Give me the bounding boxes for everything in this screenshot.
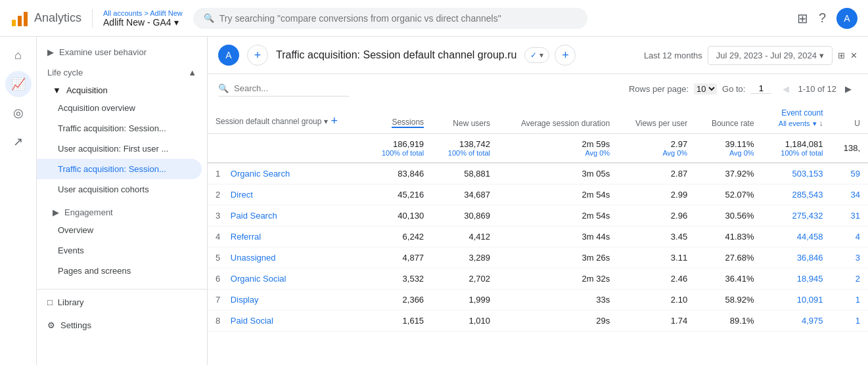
row-event-count: 10,091 <box>762 290 831 311</box>
table-pagination: Rows per page: 10 25 50 Go to: ◀ 1-10 of… <box>629 79 857 98</box>
row-bounce-rate: 89.1% <box>695 311 762 332</box>
row-avg-session: 33s <box>498 290 618 311</box>
row-channel[interactable]: Organic Social <box>231 274 286 284</box>
grid-icon[interactable]: ⊞ <box>797 11 808 26</box>
sidebar-icon-home[interactable]: ⌂ <box>5 42 32 68</box>
row-avg-session: 2m 32s <box>498 268 618 290</box>
row-num: 3 <box>216 211 220 221</box>
view-mode-icon[interactable]: ⊞ <box>838 51 845 60</box>
nav-item-user-acquisition[interactable]: User acquisition: First user ... <box>37 139 202 159</box>
nav-item-pages-screens[interactable]: Pages and screens <box>37 261 202 281</box>
col-header-bounce-rate: Bounce rate <box>703 119 754 128</box>
svg-rect-1 <box>18 16 22 26</box>
row-sessions: 2,366 <box>365 290 432 311</box>
total-new-users: 138,742 <box>440 139 490 149</box>
page-title-actions: ✓ ▾ + <box>524 45 576 66</box>
prev-page-button[interactable]: ◀ <box>777 79 795 98</box>
col-channel-filter-icon[interactable]: ▾ <box>324 117 328 126</box>
sort-desc-icon[interactable]: ↓ <box>819 119 823 128</box>
nav-item-user-cohorts[interactable]: User acquisition cohorts <box>37 179 202 200</box>
rows-per-page-select[interactable]: 10 25 50 <box>694 83 717 95</box>
col-channel-label: Session default channel group <box>216 117 321 126</box>
row-channel[interactable]: Paid Search <box>231 211 277 221</box>
row-channel[interactable]: Organic Search <box>231 169 290 179</box>
row-views-per-user: 2.96 <box>618 205 695 226</box>
row-channel[interactable]: Display <box>231 295 259 305</box>
date-range-text: Jul 29, 2023 - Jul 29, 2024 <box>716 51 817 60</box>
row-u: 59 <box>831 163 868 184</box>
pagination-nav: ◀ 1-10 of 12 ▶ <box>777 79 857 98</box>
table-search-input[interactable] <box>234 83 344 93</box>
col-event-sub: All events <box>779 119 810 127</box>
add-filter-button[interactable]: + <box>555 45 576 66</box>
sidebar-icon-advertising[interactable]: ↗ <box>5 129 32 155</box>
row-bounce-rate: 27.68% <box>695 247 762 268</box>
add-comparison-button[interactable]: + <box>247 45 268 66</box>
row-channel[interactable]: Referral <box>231 232 261 242</box>
row-channel[interactable]: Paid Social <box>231 316 273 326</box>
examine-section-header[interactable]: ▶ Examine user behavior <box>37 42 207 62</box>
add-column-button[interactable]: + <box>331 114 338 128</box>
nav-item-traffic-acquisition-active[interactable]: Traffic acquisition: Session... <box>37 159 202 179</box>
col-bounce-label: Bounce rate <box>712 119 754 128</box>
row-event-count: 44,458 <box>762 226 831 247</box>
sidebar-icon-explore[interactable]: ◎ <box>5 100 32 126</box>
total-event-count: 1,184,081 <box>770 139 823 149</box>
total-sessions-pct: 100% of total <box>373 149 424 157</box>
row-u: 34 <box>831 184 868 205</box>
next-page-button[interactable]: ▶ <box>839 79 857 98</box>
search-bar[interactable]: 🔍 <box>193 8 587 29</box>
main-layout: ⌂ 📈 ◎ ↗ ▶ Examine user behavior Life cyc… <box>0 37 868 365</box>
row-views-per-user: 2.10 <box>618 290 695 311</box>
total-views-sub: Avg 0% <box>626 149 687 157</box>
total-views: 2.97 <box>626 139 687 149</box>
row-event-count: 4,975 <box>762 311 831 332</box>
logo: Analytics <box>11 9 81 28</box>
row-u: 31 <box>831 205 868 226</box>
settings-label: Settings <box>60 320 91 330</box>
current-account[interactable]: Adlift New - GA4 ▾ <box>103 17 183 28</box>
acquisition-label: Acquisition <box>66 85 108 95</box>
nav-item-settings[interactable]: ⚙ Settings <box>37 315 207 335</box>
date-range-button[interactable]: Jul 29, 2023 - Jul 29, 2024 ▾ <box>708 46 833 65</box>
lifecycle-collapse-icon[interactable]: ▲ <box>188 68 196 77</box>
row-new-users: 4,412 <box>432 226 498 247</box>
row-sessions: 83,846 <box>365 163 432 184</box>
close-icon[interactable]: ✕ <box>850 51 857 60</box>
nav-item-traffic-acquisition[interactable]: Traffic acquisition: Session... <box>37 118 202 139</box>
nav-sidebar: ▶ Examine user behavior Life cycle ▲ ▼ A… <box>37 37 208 365</box>
nav-item-library[interactable]: □ Library <box>37 289 207 312</box>
search-input[interactable] <box>219 13 577 24</box>
engagement-subsection[interactable]: ▶ Engagement <box>37 205 207 220</box>
nav-item-overview[interactable]: Overview <box>37 220 202 240</box>
row-sessions: 6,242 <box>365 226 432 247</box>
row-event-count: 275,432 <box>762 205 831 226</box>
user-avatar[interactable]: A <box>836 8 857 29</box>
row-sessions: 4,877 <box>365 247 432 268</box>
row-new-users: 1,999 <box>432 290 498 311</box>
col-event-filter-icon[interactable]: ▾ <box>813 119 817 128</box>
row-views-per-user: 1.74 <box>618 311 695 332</box>
nav-item-events[interactable]: Events <box>37 240 202 261</box>
table-search-icon: 🔍 <box>218 83 229 93</box>
data-table-container: Session default channel group ▾ + Sessio… <box>208 103 868 332</box>
status-icon: ✓ <box>530 51 537 60</box>
sidebar-icon-reports[interactable]: 📈 <box>5 71 32 97</box>
row-event-count: 503,153 <box>762 163 831 184</box>
goto-input[interactable] <box>750 83 771 94</box>
topbar: Analytics All accounts > Adlift New Adli… <box>0 0 868 37</box>
status-badge[interactable]: ✓ ▾ <box>524 47 549 63</box>
col-u-label: U <box>854 119 860 128</box>
row-avg-session: 3m 26s <box>498 247 618 268</box>
col-header-new-users: New users <box>440 119 490 128</box>
col-event-label: Event count <box>781 108 823 118</box>
table-row: 4 Referral 6,242 4,412 3m 44s 3.45 41.83… <box>208 226 868 247</box>
row-channel[interactable]: Unassigned <box>231 253 276 263</box>
acquisition-subsection[interactable]: ▼ Acquisition <box>37 83 207 98</box>
help-icon[interactable]: ? <box>819 11 826 26</box>
nav-item-acquisition-overview[interactable]: Acquisition overview <box>37 98 202 118</box>
row-channel[interactable]: Direct <box>231 190 253 200</box>
table-search-container: 🔍 <box>218 81 350 97</box>
topbar-right: ⊞ ? A <box>797 8 857 29</box>
col-header-u: U <box>839 119 860 128</box>
